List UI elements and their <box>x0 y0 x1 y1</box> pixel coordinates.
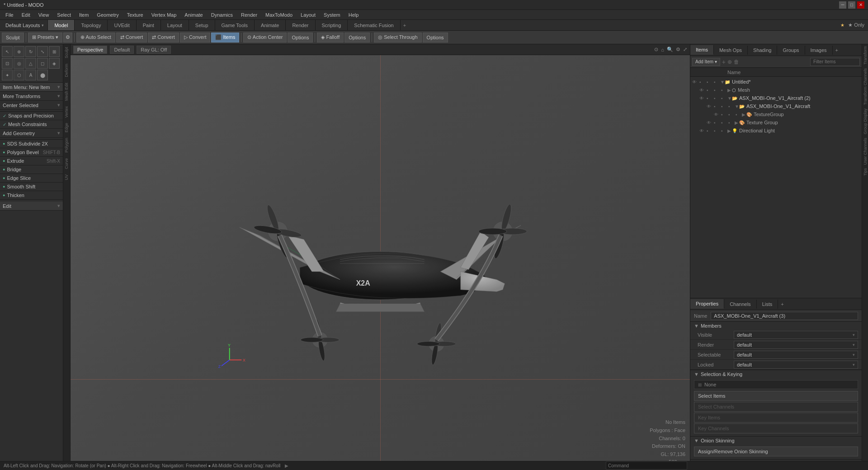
tab-schematic-fusion[interactable]: Schematic Fusion <box>348 20 400 30</box>
action-center-button[interactable]: ⊙ Action Center <box>243 33 287 42</box>
polygon-bevel-button[interactable]: ● Polygon Bevel SHIFT-B <box>0 148 63 157</box>
items-add-icon[interactable]: + <box>722 58 726 66</box>
menu-geometry[interactable]: Geometry <box>93 11 122 19</box>
tool-icon-scale[interactable]: ⤡ <box>37 46 48 57</box>
sel-keying-header[interactable]: ▼ Selection & Keying <box>690 370 862 378</box>
edge-slice-button[interactable]: ● Edge Slice <box>0 174 63 183</box>
bridge-button[interactable]: ● Bridge <box>0 165 63 174</box>
tool-icon-7[interactable]: △ <box>25 58 36 69</box>
panel-tab-properties[interactable]: Properties <box>690 299 724 309</box>
tool-icon-11[interactable]: ⬡ <box>14 70 24 80</box>
tab-setup[interactable]: Setup <box>189 20 215 30</box>
viewport-tab-default[interactable]: Default <box>110 46 134 54</box>
arrow-mesh[interactable]: ▶ <box>727 88 732 93</box>
menu-dynamics[interactable]: Dynamics <box>208 11 236 19</box>
panel-tab-mesh-ops[interactable]: Mesh Ops <box>714 46 748 55</box>
panel-tab-shading[interactable]: Shading <box>748 46 777 55</box>
arrow-asx[interactable]: ▼ <box>735 104 739 109</box>
strip-edge[interactable]: Edge <box>63 120 70 135</box>
menu-render[interactable]: Render <box>237 11 261 19</box>
arrow-tg[interactable]: ▶ <box>742 112 746 117</box>
settings-button[interactable]: ⚙ <box>63 33 72 42</box>
strip-uv[interactable]: UV <box>63 172 70 183</box>
props-name-input[interactable] <box>711 312 858 320</box>
arrow-untitled[interactable]: ▼ <box>720 80 725 85</box>
convert3-button[interactable]: ▷ Convert <box>180 33 211 42</box>
sds-subdivide-button[interactable]: ● SDS Subdivide 2X <box>0 140 63 148</box>
menu-view[interactable]: View <box>35 11 53 19</box>
arrow-asx-group[interactable]: ▼ <box>727 96 732 101</box>
smooth-shift-button[interactable]: ● Smooth Shift <box>0 183 63 191</box>
strip-group-display[interactable]: Group Display <box>862 107 868 136</box>
panel-tab-images[interactable]: Images <box>805 46 833 55</box>
menu-system[interactable]: System <box>320 11 344 19</box>
strip-sculpt[interactable]: Sculpt <box>63 44 70 61</box>
strip-transform-channels[interactable]: Transform Channels <box>862 66 868 107</box>
tool-icon-8[interactable]: ◻ <box>37 58 48 69</box>
minimize-button[interactable]: ─ <box>839 1 846 9</box>
panel-tab-items[interactable]: Items <box>690 45 714 55</box>
center-selected-button[interactable]: Center Selected ▾ <box>0 101 63 110</box>
menu-edit[interactable]: Edit <box>18 11 34 19</box>
mesh-constraints-button[interactable]: ✓ Mesh Constraints <box>0 120 63 129</box>
tool-icon-select[interactable]: ↖ <box>2 46 13 57</box>
tree-item-light[interactable]: 👁 ▪ ▪ ▪ ▶ 💡 Directional Light <box>690 127 862 135</box>
prop-locked-value[interactable]: default ▾ <box>734 361 858 369</box>
viewport-settings-icon[interactable]: ⚙ <box>676 47 680 52</box>
tool-icon-rotate[interactable]: ↻ <box>25 46 36 57</box>
tree-item-texture-group[interactable]: 👁 ▪ ▪ ▪ ▶ 🎨 Texture Group <box>690 118 862 127</box>
command-input[interactable] <box>606 461 687 470</box>
add-item-button[interactable]: Add Item ▾ <box>692 58 720 66</box>
viewport-tab-raygl[interactable]: Ray GL: Off <box>137 46 171 54</box>
tree-item-texturegroup[interactable]: 👁 ▪ ▪ ▪ ▶ 🎨 TextureGroup <box>690 110 862 118</box>
maximize-button[interactable]: □ <box>848 1 855 9</box>
panel-tab-channels[interactable]: Channels <box>724 300 756 309</box>
key-channels-button[interactable]: Key Channels <box>694 423 858 433</box>
panel-tab-lists[interactable]: Lists <box>757 300 778 309</box>
onion-header[interactable]: ▼ Onion Skinning <box>690 437 862 445</box>
tab-paint[interactable]: Paint <box>137 20 161 30</box>
prop-visible-value[interactable]: default ▾ <box>734 331 858 339</box>
tool-icon-move[interactable]: ⊕ <box>14 46 24 57</box>
key-items-button[interactable]: Key Items <box>694 413 858 423</box>
tool-icon-5[interactable]: ⊡ <box>2 58 13 69</box>
members-section-header[interactable]: ▼ Members <box>690 322 862 330</box>
presets-button[interactable]: ⊞ Presets ▾ <box>28 33 62 42</box>
tree-item-untitled[interactable]: 👁 ▪ ▪ ▪ ▼ 📁 Untitled* <box>690 78 862 86</box>
menu-help[interactable]: Help <box>345 11 363 19</box>
tool-icon-10[interactable]: ✦ <box>2 70 13 80</box>
options2-button[interactable]: Options <box>344 33 370 42</box>
strip-tips[interactable]: Tips <box>862 166 868 178</box>
assign-remove-onion-button[interactable]: Assign/Remove Onion Skinning <box>694 446 858 456</box>
tab-layout[interactable]: Layout <box>161 20 189 30</box>
extrude-button[interactable]: ● Extrude Shift-X <box>0 157 63 165</box>
items-button[interactable]: ⬛ Items <box>211 33 239 42</box>
tab-uvedit[interactable]: UVEdit <box>108 20 136 30</box>
menu-select[interactable]: Select <box>53 11 75 19</box>
strip-vertex[interactable]: Vertex <box>63 103 70 121</box>
tool-icon-9[interactable]: ◈ <box>49 58 60 69</box>
select-through-button[interactable]: ◎ Select Through <box>374 33 421 42</box>
convert2-button[interactable]: ⇄ Convert <box>148 33 179 42</box>
viewport-home-icon[interactable]: ⌂ <box>661 47 664 52</box>
items-delete-icon[interactable]: 🗑 <box>734 59 739 65</box>
filter-items-input[interactable] <box>810 58 860 66</box>
tree-item-asx-group[interactable]: 👁 ▪ ▪ ▪ ▼ 📂 ASX_MOBI-One_V1_Aircraft (2) <box>690 94 862 102</box>
tab-game-tools[interactable]: Game Tools <box>215 20 255 30</box>
viewport-fit-icon[interactable]: ⊙ <box>654 47 658 52</box>
tool-icon-6[interactable]: ◎ <box>14 58 24 69</box>
arrow-light[interactable]: ▶ <box>727 128 732 133</box>
strip-mesh-edit[interactable]: Mesh Edit <box>63 80 70 103</box>
prop-render-value[interactable]: default ▾ <box>734 341 858 349</box>
sculpt-button[interactable]: Sculpt <box>2 33 24 42</box>
menu-texture[interactable]: Texture <box>123 11 147 19</box>
close-button[interactable]: ✕ <box>857 1 864 9</box>
menu-vertex-map[interactable]: Vertex Map <box>148 11 180 19</box>
thicken-button[interactable]: ● Thicken <box>0 191 63 200</box>
tab-model[interactable]: Model <box>48 20 75 30</box>
tree-item-mesh[interactable]: 👁 ▪ ▪ ▪ ▶ ⬡ Mesh <box>690 86 862 94</box>
select-channels-button[interactable]: Select Channels <box>694 402 858 412</box>
strip-curve[interactable]: Curve <box>63 155 70 172</box>
menu-animate[interactable]: Animate <box>181 11 206 19</box>
tab-render[interactable]: Render <box>286 20 315 30</box>
